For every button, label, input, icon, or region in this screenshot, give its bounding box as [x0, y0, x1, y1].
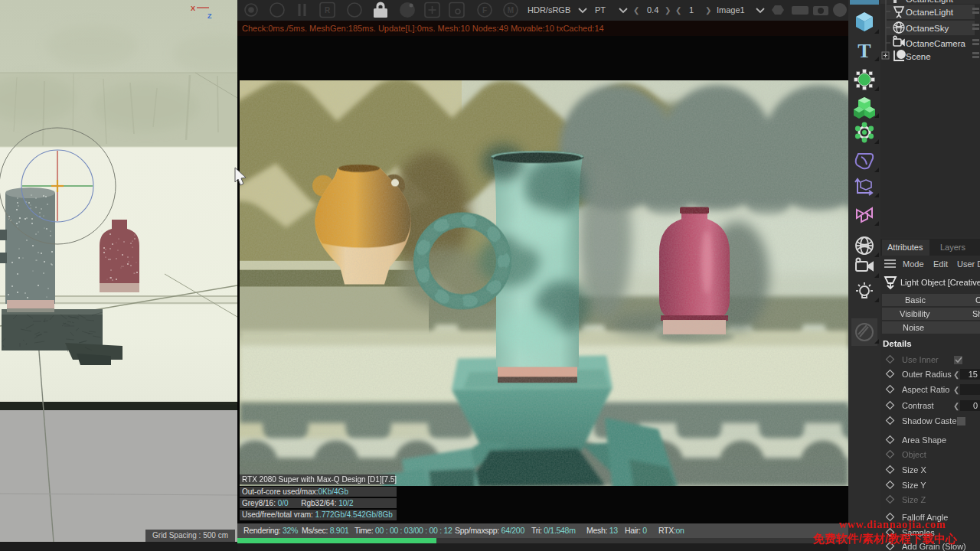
svg-text:0.4: 0.4 [647, 5, 658, 15]
svg-text:Attributes: Attributes [887, 243, 923, 252]
svg-text:Sh: Sh [972, 309, 980, 318]
svg-text:Outer Radius: Outer Radius [902, 370, 952, 379]
svg-text:Aspect Ratio: Aspect Ratio [902, 385, 949, 394]
svg-text:M: M [508, 6, 514, 15]
svg-text:Layers: Layers [940, 243, 966, 252]
svg-text:❮: ❮ [953, 402, 959, 411]
svg-text:Shadow Caster: Shadow Caster [902, 416, 960, 425]
svg-text:Noise: Noise [903, 323, 924, 332]
svg-text:Visibility: Visibility [900, 309, 930, 318]
svg-text:Scene: Scene [906, 52, 931, 61]
svg-text:X: X [191, 5, 195, 12]
svg-text:Mode: Mode [903, 259, 924, 269]
svg-text:Size X: Size X [902, 465, 926, 474]
svg-text:❯: ❯ [705, 6, 711, 15]
svg-text:Image1: Image1 [717, 5, 745, 15]
svg-text:HDR/sRGB: HDR/sRGB [528, 5, 570, 15]
svg-text:OctaneSky: OctaneSky [906, 24, 949, 33]
svg-text:OctaneLight: OctaneLight [906, 0, 954, 4]
svg-text:❯: ❯ [665, 6, 671, 15]
svg-text:1: 1 [689, 5, 694, 15]
svg-text:User D: User D [957, 259, 980, 269]
svg-text:Area Shape: Area Shape [902, 435, 946, 445]
svg-text:Edit: Edit [933, 259, 948, 269]
svg-text:PT: PT [595, 5, 606, 15]
svg-text:T: T [858, 40, 871, 62]
svg-text:Basic: Basic [905, 295, 926, 305]
svg-text:0: 0 [973, 401, 978, 410]
svg-text:❮: ❮ [953, 370, 959, 380]
svg-text:OctaneLight: OctaneLight [906, 8, 954, 17]
svg-text:Details: Details [883, 339, 912, 348]
svg-text:Size Y: Size Y [902, 481, 926, 490]
svg-text:OctaneCamera: OctaneCamera [906, 39, 966, 48]
svg-text:Use Inner: Use Inner [902, 355, 939, 364]
svg-text:C: C [975, 295, 980, 305]
svg-text:Size Z: Size Z [902, 495, 926, 504]
svg-text:Z: Z [207, 12, 212, 20]
svg-text:❮: ❮ [675, 6, 681, 15]
svg-text:Contrast: Contrast [902, 401, 934, 410]
svg-text:R: R [325, 6, 331, 15]
svg-text:❮: ❮ [633, 6, 639, 15]
svg-text:Object: Object [902, 450, 926, 459]
svg-text:Light Object [Creative S: Light Object [Creative S [900, 278, 980, 287]
svg-text:15: 15 [969, 370, 978, 379]
svg-text:F: F [482, 6, 487, 15]
svg-text:❮: ❮ [953, 386, 959, 395]
